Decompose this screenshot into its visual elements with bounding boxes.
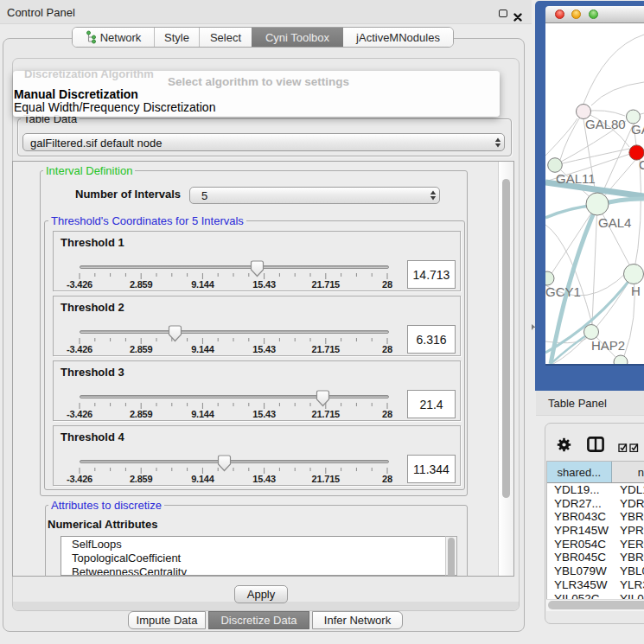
svg-text:C: C (639, 157, 644, 172)
svg-text:HAP2: HAP2 (591, 338, 625, 353)
svg-text:GAL11: GAL11 (556, 171, 596, 186)
svg-text:GA: GA (631, 122, 644, 137)
svg-text:GAL80: GAL80 (585, 117, 626, 131)
svg-text:GAL4: GAL4 (598, 215, 631, 230)
svg-text:GCY1: GCY1 (545, 284, 581, 299)
svg-text:H: H (631, 284, 641, 298)
